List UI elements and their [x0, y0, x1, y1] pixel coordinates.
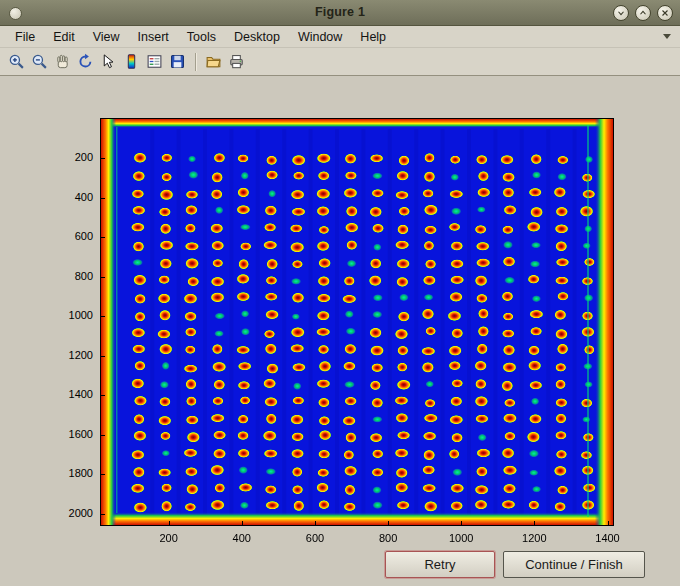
menu-file[interactable]: File — [6, 27, 44, 47]
rotate-3d-icon — [77, 53, 94, 70]
y-tick-mark — [101, 435, 105, 436]
y-axis-tick-labels: 200400600800100012001400160018002000 — [0, 118, 93, 526]
print-icon — [228, 53, 245, 70]
pan-hand-icon — [54, 53, 71, 70]
y-tick-label: 1600 — [0, 428, 93, 440]
minimize-button[interactable] — [613, 5, 629, 21]
print-button[interactable] — [225, 50, 248, 73]
y-tick-mark — [101, 158, 105, 159]
y-tick-label: 1400 — [0, 388, 93, 400]
zoom-out-icon — [31, 53, 48, 70]
x-tick-mark — [608, 521, 609, 525]
figure-toolbar — [0, 48, 680, 76]
x-tick-mark — [388, 521, 389, 525]
menu-tools[interactable]: Tools — [178, 27, 225, 47]
y-tick-label: 1800 — [0, 467, 93, 479]
x-tick-mark — [461, 521, 462, 525]
toolbar-separator — [195, 53, 196, 71]
y-tick-mark — [101, 277, 105, 278]
continue-finish-button[interactable]: Continue / Finish — [503, 551, 645, 578]
zoom-out-button[interactable] — [28, 50, 51, 73]
matlab-figure-window: Figure 1 File Edit View Insert Tools Des… — [0, 0, 680, 586]
microarray-image[interactable] — [101, 119, 613, 525]
y-tick-label: 800 — [0, 270, 93, 282]
y-tick-mark — [101, 474, 105, 475]
legend-icon — [146, 53, 163, 70]
menu-desktop[interactable]: Desktop — [225, 27, 289, 47]
x-tick-mark — [242, 521, 243, 525]
insert-colorbar-button[interactable] — [120, 50, 143, 73]
menu-overflow-icon[interactable] — [663, 34, 671, 39]
y-tick-mark — [101, 514, 105, 515]
y-tick-label: 1000 — [0, 309, 93, 321]
pan-button[interactable] — [51, 50, 74, 73]
x-tick-label: 800 — [379, 532, 397, 544]
save-button[interactable] — [166, 50, 189, 73]
y-tick-mark — [101, 237, 105, 238]
x-tick-label: 400 — [233, 532, 251, 544]
menubar: File Edit View Insert Tools Desktop Wind… — [0, 26, 680, 48]
y-tick-mark — [101, 316, 105, 317]
chevron-down-icon — [616, 8, 626, 18]
y-tick-mark — [101, 395, 105, 396]
retry-button[interactable]: Retry — [385, 551, 495, 578]
titlebar[interactable]: Figure 1 — [0, 0, 680, 26]
y-tick-label: 200 — [0, 151, 93, 163]
x-tick-label: 200 — [159, 532, 177, 544]
y-tick-mark — [101, 198, 105, 199]
menu-view[interactable]: View — [84, 27, 129, 47]
menu-insert[interactable]: Insert — [129, 27, 178, 47]
colorbar-icon — [123, 53, 140, 70]
x-axis-tick-labels: 200400600800100012001400 — [101, 532, 613, 548]
x-tick-label: 1000 — [449, 532, 473, 544]
save-icon — [169, 53, 186, 70]
insert-legend-button[interactable] — [143, 50, 166, 73]
x-tick-mark — [534, 521, 535, 525]
x-tick-label: 1200 — [522, 532, 546, 544]
menu-window[interactable]: Window — [289, 27, 351, 47]
y-tick-label: 2000 — [0, 507, 93, 519]
close-icon — [660, 8, 670, 18]
zoom-in-icon — [8, 53, 25, 70]
zoom-in-button[interactable] — [5, 50, 28, 73]
x-tick-label: 600 — [306, 532, 324, 544]
y-tick-mark — [101, 356, 105, 357]
menu-edit[interactable]: Edit — [44, 27, 84, 47]
x-tick-mark — [315, 521, 316, 525]
open-file-button[interactable] — [202, 50, 225, 73]
window-title: Figure 1 — [0, 5, 680, 19]
y-tick-label: 400 — [0, 191, 93, 203]
open-folder-icon — [205, 53, 222, 70]
chevron-up-icon — [638, 8, 648, 18]
close-button[interactable] — [657, 5, 673, 21]
x-tick-mark — [169, 521, 170, 525]
figure-content: 200400600800100012001400160018002000 200… — [0, 76, 680, 586]
plot-axes — [100, 118, 614, 526]
data-cursor-icon — [100, 53, 117, 70]
maximize-button[interactable] — [635, 5, 651, 21]
data-cursor-button[interactable] — [97, 50, 120, 73]
menu-help[interactable]: Help — [351, 27, 395, 47]
x-tick-label: 1400 — [595, 532, 619, 544]
rotate-3d-button[interactable] — [74, 50, 97, 73]
y-tick-label: 1200 — [0, 349, 93, 361]
y-tick-label: 600 — [0, 230, 93, 242]
